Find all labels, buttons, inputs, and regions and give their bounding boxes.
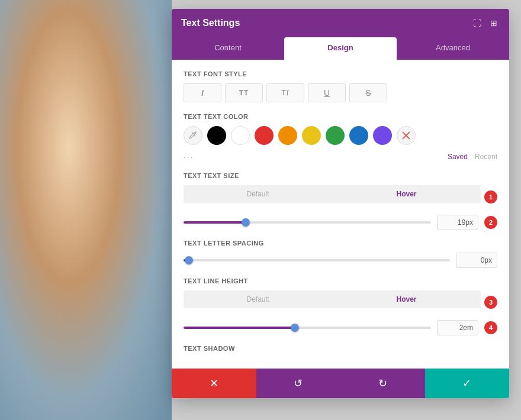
purple-swatch[interactable]: [373, 126, 392, 145]
undo-button[interactable]: ↺: [256, 369, 341, 398]
capitalize-button[interactable]: TT: [266, 83, 304, 102]
redo-button[interactable]: ↻: [340, 369, 425, 398]
letter-spacing-slider-row: [184, 253, 497, 268]
text-size-hover-tab[interactable]: Hover: [332, 185, 481, 203]
cancel-button[interactable]: ✕: [172, 369, 256, 398]
panel-title: Text Settings: [181, 18, 240, 28]
line-height-slider[interactable]: [184, 322, 431, 334]
letter-spacing-slider[interactable]: [184, 254, 450, 266]
orange-swatch[interactable]: [278, 126, 297, 145]
badge-2: 2: [484, 216, 497, 229]
strikethrough-button[interactable]: S: [349, 83, 387, 102]
more-colors-dots[interactable]: ···: [184, 152, 194, 161]
tab-bar: Content Design Advanced: [172, 37, 509, 60]
font-style-buttons: I TT TT U S: [184, 83, 497, 102]
badge-1: 1: [484, 190, 497, 203]
recent-tab[interactable]: Recent: [475, 153, 497, 161]
text-size-label: Text Text Size: [184, 172, 497, 179]
font-style-label: Text Font Style: [184, 70, 497, 77]
photo-overlay: [0, 0, 172, 420]
line-height-slider-row: 4: [184, 320, 497, 335]
header-icons: ⛶ ⊞: [471, 17, 500, 29]
edit-color-icon[interactable]: [397, 126, 416, 145]
text-size-input[interactable]: [437, 215, 478, 230]
all-caps-button[interactable]: TT: [225, 83, 263, 102]
underline-button[interactable]: U: [308, 83, 346, 102]
text-shadow-label: Text Shadow: [184, 345, 497, 352]
color-tabs: Saved Recent: [448, 153, 497, 161]
yellow-swatch[interactable]: [302, 126, 321, 145]
background-photo: [0, 0, 172, 420]
badge-3: 3: [484, 296, 497, 309]
text-settings-panel: Text Settings ⛶ ⊞ Content Design Advance…: [172, 9, 509, 398]
red-swatch[interactable]: [255, 126, 274, 145]
color-swatches-row: [184, 126, 497, 145]
green-swatch[interactable]: [326, 126, 345, 145]
tab-design[interactable]: Design: [284, 37, 397, 60]
eyedropper-swatch[interactable]: [184, 126, 202, 145]
black-swatch[interactable]: [207, 126, 226, 145]
tab-advanced[interactable]: Advanced: [397, 37, 509, 60]
line-height-hover-tab[interactable]: Hover: [332, 290, 481, 308]
panel-footer: ✕ ↺ ↻ ✓: [172, 369, 509, 398]
text-size-slider-row: 2: [184, 215, 497, 230]
panel-header: Text Settings ⛶ ⊞: [172, 9, 509, 37]
text-size-default-tab[interactable]: Default: [184, 185, 332, 203]
badge-4: 4: [484, 321, 497, 334]
columns-icon[interactable]: ⊞: [488, 17, 500, 29]
blue-swatch[interactable]: [349, 126, 368, 145]
white-swatch[interactable]: [231, 126, 250, 145]
expand-icon[interactable]: ⛶: [471, 17, 483, 29]
italic-button[interactable]: I: [184, 83, 221, 102]
letter-spacing-label: Text Letter Spacing: [184, 240, 497, 247]
text-size-slider[interactable]: [184, 217, 431, 228]
confirm-button[interactable]: ✓: [425, 369, 510, 398]
letter-spacing-input[interactable]: [456, 253, 497, 268]
saved-tab[interactable]: Saved: [448, 153, 468, 161]
line-height-label: Text Line Height: [184, 277, 497, 285]
panel-content: Text Font Style I TT TT U S Text Text Co…: [172, 60, 509, 369]
tab-content[interactable]: Content: [172, 37, 284, 60]
line-height-input[interactable]: [437, 320, 478, 335]
color-section: ··· Saved Recent: [184, 126, 497, 161]
line-height-default-tab[interactable]: Default: [184, 290, 332, 308]
text-color-label: Text Text Color: [184, 113, 497, 120]
